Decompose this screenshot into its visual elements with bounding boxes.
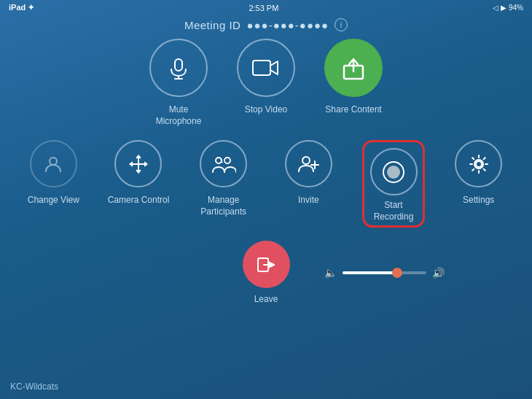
mute-microphone-btn[interactable]: Mute Microphone — [146, 39, 211, 127]
record-highlight-box: Start Recording — [362, 140, 426, 228]
record-icon — [381, 160, 406, 185]
exit-icon — [255, 254, 277, 276]
volume-control: 🔈 🔊 — [324, 267, 445, 279]
settings-label: Settings — [463, 195, 494, 206]
invite-label: Invite — [298, 195, 319, 206]
settings-btn[interactable]: Settings — [447, 140, 510, 206]
bottom-button-row: Change View Camera Control 1 Man — [0, 140, 532, 228]
volume-fill — [343, 271, 397, 274]
share-content-label: Share Content — [325, 104, 381, 116]
share-content-circle[interactable] — [324, 39, 383, 97]
status-bar: iPad ✦ 2:53 PM ◁ ▶ 94% — [0, 0, 532, 14]
volume-thumb[interactable] — [392, 268, 402, 278]
stop-video-circle[interactable] — [237, 39, 295, 97]
status-right: ◁ ▶ 94% — [493, 4, 523, 12]
change-view-label: Change View — [28, 195, 79, 206]
people-icon: 1 — [211, 154, 236, 174]
start-recording-btn[interactable]: Start Recording — [362, 140, 426, 228]
person-plus-icon — [297, 154, 319, 174]
invite-btn[interactable]: Invite — [277, 140, 340, 206]
camera-control-circle[interactable] — [114, 140, 162, 187]
stop-video-label: Stop Video — [245, 104, 288, 116]
leave-button[interactable] — [243, 241, 290, 288]
status-left: iPad ✦ — [9, 3, 34, 12]
top-button-row: Mute Microphone Stop Video Share Content — [0, 39, 532, 127]
change-view-btn[interactable]: Change View — [22, 140, 85, 206]
invite-circle[interactable] — [285, 140, 332, 187]
share-icon — [340, 54, 367, 82]
svg-rect-0 — [175, 59, 182, 71]
settings-circle[interactable] — [455, 140, 502, 187]
manage-participants-circle[interactable]: 1 — [200, 140, 247, 187]
arrows-icon — [128, 153, 149, 175]
camera-control-btn[interactable]: Camera Control — [107, 140, 171, 206]
volume-slider[interactable] — [343, 271, 426, 274]
leave-volume-row: 🔈 🔊 Leave — [0, 241, 532, 304]
mute-mic-label: Mute Microphone — [146, 104, 211, 127]
meeting-header: Meeting ID ●●●-●●●-●●●● i — [0, 14, 532, 39]
mic-icon — [165, 55, 192, 81]
gear-icon — [468, 153, 490, 175]
svg-point-17 — [476, 161, 482, 167]
camera-control-label: Camera Control — [108, 195, 170, 206]
share-content-btn[interactable]: Share Content — [321, 39, 386, 116]
status-time: 2:53 PM — [249, 4, 278, 12]
svg-point-12 — [302, 157, 310, 164]
start-recording-label: Start Recording — [369, 200, 419, 222]
leave-section: Leave — [243, 241, 290, 304]
start-recording-circle[interactable] — [370, 148, 418, 195]
manage-participants-label: Manage Participants — [192, 195, 255, 217]
volume-low-icon: 🔈 — [324, 267, 337, 279]
meeting-id-value: ●●●-●●●-●●●● — [246, 19, 329, 31]
camera-icon — [251, 56, 281, 80]
info-button[interactable]: i — [335, 18, 348, 31]
brand-label: KC-Wildcats — [10, 381, 58, 392]
manage-participants-btn[interactable]: 1 Manage Participants — [192, 140, 255, 217]
mute-mic-circle[interactable] — [149, 39, 208, 97]
meeting-id-label: Meeting ID — [184, 19, 241, 31]
svg-point-16 — [387, 166, 400, 179]
svg-point-6 — [50, 158, 57, 165]
volume-high-icon: 🔊 — [432, 267, 445, 279]
stop-video-btn[interactable]: Stop Video — [233, 39, 299, 116]
svg-point-10 — [224, 158, 230, 163]
change-view-circle[interactable] — [30, 140, 77, 187]
svg-rect-3 — [253, 61, 270, 75]
svg-text:1: 1 — [219, 158, 223, 164]
person-icon — [43, 154, 63, 174]
leave-label: Leave — [254, 294, 278, 304]
